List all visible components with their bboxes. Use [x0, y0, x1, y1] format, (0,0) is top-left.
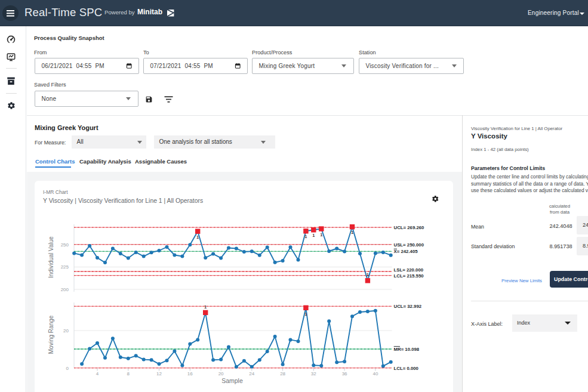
- svg-text:1: 1: [204, 304, 207, 310]
- svg-text:8: 8: [127, 371, 130, 376]
- svg-text:32: 32: [311, 371, 316, 376]
- svg-text:Moving Range: Moving Range: [48, 315, 54, 354]
- svg-text:24: 24: [249, 371, 254, 376]
- svg-text:28: 28: [280, 371, 285, 376]
- svg-text:Sample: Sample: [221, 377, 243, 384]
- svg-text:250: 250: [61, 242, 69, 248]
- svg-text:USL= 250.000: USL= 250.000: [394, 242, 424, 248]
- svg-text:1: 1: [320, 232, 322, 237]
- svg-text:UCL= 269.260: UCL= 269.260: [394, 225, 425, 230]
- svg-text:16: 16: [187, 371, 193, 376]
- svg-text:1: 1: [304, 234, 307, 239]
- svg-text:1: 1: [367, 272, 369, 277]
- svg-text:20: 20: [63, 328, 69, 334]
- svg-text:LCL= 215.550: LCL= 215.550: [394, 273, 424, 279]
- svg-text:1: 1: [304, 311, 307, 317]
- svg-text:UCL= 32.992: UCL= 32.992: [394, 304, 422, 309]
- svg-text:225: 225: [61, 264, 69, 270]
- svg-text:200: 200: [61, 287, 69, 292]
- svg-text:1: 1: [351, 230, 353, 235]
- svg-text:0: 0: [66, 366, 69, 371]
- svg-text:20: 20: [218, 371, 224, 376]
- svg-text:MR= 10.098: MR= 10.098: [394, 347, 420, 352]
- svg-text:40: 40: [372, 371, 378, 376]
- svg-text:LCL= 0.000: LCL= 0.000: [394, 366, 419, 371]
- svg-text:Individual Value: Individual Value: [48, 236, 54, 278]
- svg-text:12: 12: [156, 371, 162, 376]
- svg-text:4: 4: [96, 371, 99, 376]
- svg-text:1: 1: [196, 234, 199, 240]
- svg-text:X= 242.405: X= 242.405: [394, 249, 418, 254]
- svg-text:36: 36: [342, 371, 347, 376]
- svg-text:1: 1: [312, 233, 315, 238]
- svg-text:LSL= 220.000: LSL= 220.000: [394, 267, 424, 273]
